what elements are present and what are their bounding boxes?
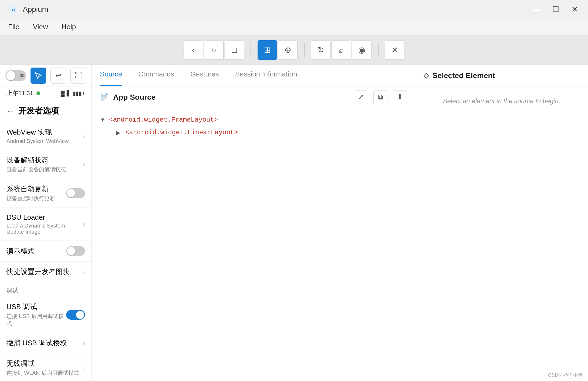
right-panel-header: ◇ Selected Element — [415, 65, 588, 86]
source-tree: ▼ <android.widget.FrameLayout> ▶ <androi… — [92, 108, 415, 381]
select-element-button[interactable] — [31, 68, 46, 84]
home-button[interactable]: ○ — [204, 40, 224, 60]
chevron-icon: › — [83, 161, 85, 168]
item-title: WebView 实现 — [6, 128, 83, 137]
toggle-switch-on[interactable] — [66, 310, 85, 320]
window-controls: — ☐ ✕ — [531, 4, 580, 15]
tabs: Source Commands Gestures Session Informa… — [92, 65, 415, 86]
swipe-button[interactable]: ↩ — [50, 68, 66, 84]
app-title: Appium — [23, 5, 48, 14]
item-subtitle: Android System WebView — [6, 138, 83, 144]
item-title: 无线调试 — [6, 359, 83, 368]
list-item-content: 无线调试 连接到 WLAN 后启用调试模式 — [6, 359, 83, 377]
device-screen: 上午11:31 ▓ ▋ ▮▮▮+ ← 开发者选项 WebView 实现 Andr… — [0, 86, 92, 381]
toolbar-separator-3 — [378, 43, 379, 57]
title-bar-left: A Appium — [8, 4, 48, 15]
tab-source[interactable]: Source — [100, 64, 122, 86]
download-source-button[interactable]: ⬇ — [393, 90, 407, 104]
list-item-content: 设备解锁状态 查看当前设备的解锁状态 — [6, 155, 83, 173]
back-button[interactable]: ‹ — [184, 40, 203, 60]
close-session-button[interactable]: ✕ — [385, 40, 404, 60]
list-item-content: USB 调试 连接 USB 后启用调试模式 — [6, 302, 66, 327]
source-panel-header: 📄 App Source ⤢ ⧉ ⬇ — [92, 86, 415, 108]
device-back-button[interactable]: ← — [6, 107, 14, 115]
menu-bar: File View Help — [0, 19, 588, 35]
signal-icon: ▋ — [67, 90, 71, 96]
toolbar-inspect-group: ⊞ ⊕ — [258, 40, 298, 60]
maximize-button[interactable]: ☐ — [550, 4, 561, 15]
list-item[interactable]: 快捷设置开发者图块 › — [0, 262, 92, 282]
tab-commands[interactable]: Commands — [138, 64, 174, 86]
list-item-content: 快捷设置开发者图块 — [6, 267, 83, 276]
title-bar: A Appium — ☐ ✕ — [0, 0, 588, 19]
toolbar-separator-2 — [304, 43, 305, 57]
list-item[interactable]: 演示模式 — [0, 241, 92, 262]
middle-panel: Source Commands Gestures Session Informa… — [92, 65, 415, 381]
left-toolbar: ✕ ↩ ⛶ — [0, 65, 92, 86]
refresh-button[interactable]: ↻ — [311, 40, 330, 60]
toggle-switch-off[interactable] — [66, 188, 85, 198]
item-title: USB 调试 — [6, 302, 66, 312]
inspector-button[interactable]: ⊞ — [258, 40, 277, 60]
diamond-icon: ◇ — [423, 71, 429, 80]
chevron-icon: › — [83, 364, 85, 372]
left-panel: ✕ ↩ ⛶ 上午11:31 ▓ — [0, 65, 92, 381]
square-button[interactable]: □ — [225, 40, 244, 60]
list-item[interactable]: DSU Loader Load a Dynamic System Update … — [0, 208, 92, 241]
selected-element-title: ◇ Selected Element — [423, 71, 495, 80]
list-item[interactable]: USB 调试 连接 USB 后启用调试模式 — [0, 297, 92, 333]
tree-arrow-right: ▶ — [116, 129, 123, 136]
expand-source-button[interactable]: ⤢ — [354, 90, 368, 104]
right-panel: ◇ Selected Element Select an element in … — [415, 65, 588, 381]
close-window-button[interactable]: ✕ — [569, 4, 580, 15]
list-item[interactable]: 系统自动更新 设备重启时执行更新 — [0, 179, 92, 208]
toggle-knob — [6, 71, 15, 80]
tree-label-framelayout: <android.widget.FrameLayout> — [109, 116, 218, 123]
chevron-icon: › — [83, 268, 85, 276]
list-item[interactable]: WebView 实现 Android System WebView › — [0, 122, 92, 150]
list-item[interactable]: 设备解锁状态 查看当前设备的解锁状态 › — [0, 150, 92, 179]
eye-button[interactable]: ◉ — [352, 40, 371, 60]
menu-view[interactable]: View — [33, 23, 48, 31]
status-icons: ▓ ▋ ▮▮▮+ — [61, 90, 85, 96]
tab-gestures[interactable]: Gestures — [190, 64, 219, 86]
toolbar-nav-group: ‹ ○ □ — [184, 40, 244, 60]
list-item[interactable]: 撤消 USB 调试授权 › — [0, 333, 92, 353]
toggle-knob — [67, 189, 75, 197]
source-panel-title: 📄 App Source — [100, 93, 156, 102]
fullscreen-button[interactable]: ⛶ — [70, 68, 86, 84]
tree-item-framelayout[interactable]: ▼ <android.widget.FrameLayout> — [92, 113, 415, 126]
device-header: ← 开发者选项 — [0, 100, 92, 122]
toggle-switch-off[interactable] — [66, 246, 85, 256]
selected-element-title-text: Selected Element — [432, 71, 495, 80]
menu-help[interactable]: Help — [62, 23, 76, 31]
toggle-knob — [76, 311, 84, 319]
menu-file[interactable]: File — [8, 23, 19, 31]
minimize-button[interactable]: — — [531, 4, 542, 15]
item-title: 撤消 USB 调试授权 — [6, 338, 83, 348]
status-time: 上午11:31 — [6, 89, 40, 97]
inspector-toggle[interactable]: ✕ — [5, 70, 26, 81]
toolbar-separator-1 — [251, 43, 251, 57]
selected-element-placeholder: Select an element in the source to begin… — [443, 97, 560, 105]
list-item[interactable]: 无线调试 连接到 WLAN 后启用调试模式 › — [0, 353, 92, 381]
item-subtitle: Load a Dynamic System Update Image — [6, 223, 83, 235]
main-content: ✕ ↩ ⛶ 上午11:31 ▓ — [0, 65, 588, 381]
toggle-knob — [67, 247, 75, 255]
copy-source-button[interactable]: ⧉ — [373, 90, 387, 104]
svg-text:A: A — [12, 6, 16, 13]
item-subtitle: 连接 USB 后启用调试模式 — [6, 313, 66, 327]
globe-button[interactable]: ⊕ — [278, 40, 298, 60]
status-dot-green — [36, 91, 40, 95]
device-screen-title: 开发者选项 — [18, 105, 59, 116]
list-item-content: WebView 实现 Android System WebView — [6, 128, 83, 144]
tree-item-linearlayout[interactable]: ▶ <android.widget.LinearLayout> — [92, 126, 415, 139]
item-title: DSU Loader — [6, 213, 83, 222]
right-panel-content: Select an element in the source to begin… — [415, 86, 588, 381]
search-button[interactable]: ⌕ — [332, 40, 351, 60]
tab-session-information[interactable]: Session Information — [235, 64, 297, 86]
chevron-icon: › — [83, 220, 85, 228]
chevron-icon: › — [83, 339, 85, 347]
watermark: CSDN @何小冉 — [548, 372, 583, 378]
toolbar: ‹ ○ □ ⊞ ⊕ ↻ ⌕ ◉ ✕ — [0, 35, 588, 65]
